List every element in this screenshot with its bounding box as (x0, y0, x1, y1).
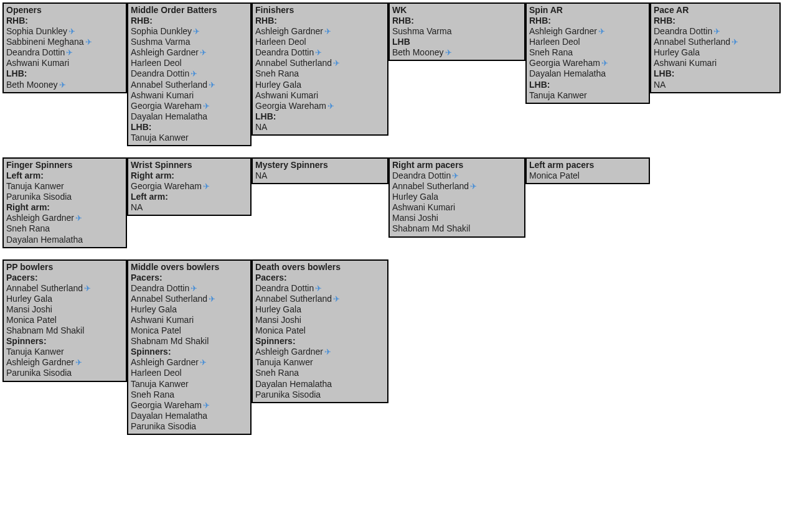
player-name: NA (131, 202, 143, 212)
player-line: Beth Mooney✈ (6, 80, 123, 90)
player-line: Georgia Wareham✈ (131, 181, 248, 192)
player-line: Tanuja Kanwer (255, 357, 385, 368)
group-heading: Pacers: (6, 273, 123, 283)
overseas-icon: ✈ (315, 48, 322, 58)
player-line: Ashwani Kumari (6, 58, 123, 68)
player-name: Hurley Gala (6, 294, 52, 304)
player-name: Hurley Gala (131, 304, 177, 314)
group-heading: Right arm: (6, 202, 123, 213)
player-name: Deandra Dottin (654, 26, 712, 36)
player-line: Ashleigh Gardner✈ (529, 26, 646, 37)
player-line: Sneh Rana (255, 68, 385, 79)
player-name: Sneh Rana (255, 68, 299, 78)
player-line: Ashleigh Gardner✈ (255, 26, 385, 37)
row: PP bowlersPacers:Annabel Sutherland✈Hurl… (2, 259, 795, 435)
player-line: Ashwani Kumari (255, 90, 385, 101)
player-name: Annabel Sutherland (131, 80, 207, 90)
card-title: Left arm pacers (529, 160, 646, 170)
player-name: Parunika Sisodia (6, 192, 72, 202)
group-heading: RHB: (255, 16, 385, 26)
player-name: Parunika Sisodia (131, 421, 196, 431)
player-name: Ashleigh Gardner (6, 357, 74, 367)
group-heading: RHB: (392, 16, 522, 26)
player-line: Parunika Sisodia (255, 390, 385, 400)
player-line: Deandra Dottin✈ (131, 283, 248, 294)
player-name: Deandra Dottin (131, 68, 189, 78)
player-line: Mansi Joshi (255, 315, 385, 325)
overseas-icon: ✈ (75, 358, 82, 368)
category-card: Right arm pacersDeandra Dottin✈Annabel S… (388, 157, 525, 238)
group-heading: LHB: (131, 122, 248, 133)
player-name: Shabnam Md Shakil (131, 336, 209, 346)
player-line: Deandra Dottin✈ (6, 47, 123, 58)
player-name: Annabel Sutherland (131, 294, 207, 304)
player-name: Sophia Dunkley (131, 26, 192, 36)
player-name: Ashwani Kumari (131, 90, 194, 100)
player-name: Ashwani Kumari (131, 315, 194, 325)
player-name: Hurley Gala (654, 47, 700, 57)
player-line: Harleen Deol (131, 58, 248, 68)
player-line: Monica Patel (255, 325, 385, 336)
player-name: Annabel Sutherland (255, 58, 332, 68)
player-line: Mansi Joshi (6, 304, 123, 315)
player-name: Ashleigh Gardner (529, 26, 597, 36)
player-name: Deandra Dottin (392, 170, 451, 180)
player-name: Monica Patel (255, 325, 306, 335)
player-line: Hurley Gala (6, 294, 123, 304)
card-title: Spin AR (529, 5, 646, 16)
overseas-icon: ✈ (452, 171, 459, 181)
player-name: NA (654, 80, 666, 90)
overseas-icon: ✈ (327, 101, 334, 111)
overseas-icon: ✈ (75, 213, 82, 223)
player-name: Parunika Sisodia (6, 368, 72, 378)
group-heading: Left arm: (6, 170, 123, 181)
row: OpenersRHB:Sophia Dunkley✈Sabbineni Megh… (2, 2, 795, 146)
player-line: Harleen Deol (255, 37, 385, 47)
overseas-icon: ✈ (193, 27, 200, 37)
player-name: Sophia Dunkley (6, 26, 67, 36)
player-line: Harleen Deol (131, 368, 248, 378)
player-name: Hurley Gala (392, 192, 438, 202)
player-name: Monica Patel (6, 315, 57, 325)
player-line: Sneh Rana (6, 223, 123, 234)
group-heading: RHB: (131, 16, 248, 26)
player-name: Deandra Dottin (6, 47, 65, 57)
player-name: Mansi Joshi (6, 304, 52, 314)
overseas-icon: ✈ (84, 284, 91, 294)
overseas-icon: ✈ (713, 27, 720, 37)
group-heading: Left arm: (131, 192, 248, 202)
group-heading: Right arm: (131, 170, 248, 181)
player-line: Annabel Sutherland✈ (255, 294, 385, 304)
player-name: Parunika Sisodia (255, 390, 321, 399)
player-name: Dayalan Hemalatha (255, 379, 332, 389)
player-line: Tanuja Kanwer (131, 379, 248, 390)
player-line: Annabel Sutherland✈ (654, 37, 777, 47)
player-name: Beth Mooney (6, 80, 58, 90)
player-line: Dayalan Hemalatha (6, 235, 123, 245)
group-heading: LHB: (6, 68, 123, 79)
group-heading: LHB (392, 37, 522, 47)
player-name: Annabel Sutherland (6, 283, 83, 293)
player-name: Dayalan Hemalatha (131, 111, 207, 121)
player-line: Annabel Sutherland✈ (131, 294, 248, 304)
player-name: Shabnam Md Shakil (392, 223, 470, 233)
card-title: Pace AR (654, 5, 777, 16)
card-title: Middle overs bowlers (131, 262, 248, 273)
category-card: Death overs bowlersPacers:Deandra Dottin… (252, 259, 388, 403)
player-line: Annabel Sutherland✈ (131, 80, 248, 90)
player-line: Sushma Varma (131, 37, 248, 47)
player-line: Sabbineni Meghana✈ (6, 37, 123, 47)
player-name: Sneh Rana (131, 390, 174, 399)
player-name: Harleen Deol (529, 37, 580, 47)
player-name: Georgia Wareham (131, 181, 202, 191)
player-line: Georgia Wareham✈ (255, 101, 385, 111)
player-name: Ashwani Kumari (255, 90, 318, 100)
player-line: Deandra Dottin✈ (392, 170, 522, 181)
player-line: Ashleigh Gardner✈ (131, 357, 248, 368)
group-heading: Spinners: (255, 336, 385, 347)
overseas-icon: ✈ (66, 48, 73, 58)
player-line: Ashleigh Gardner✈ (6, 357, 123, 368)
category-card: OpenersRHB:Sophia Dunkley✈Sabbineni Megh… (2, 2, 127, 93)
group-heading: RHB: (6, 16, 123, 26)
player-name: Georgia Wareham (529, 58, 600, 68)
